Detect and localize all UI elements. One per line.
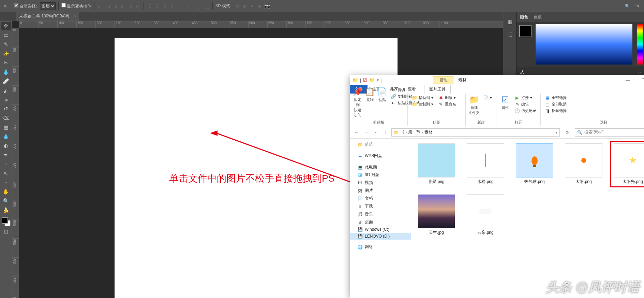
marquee-tool[interactable]: ▭ xyxy=(1,31,11,39)
invert-button[interactable]: ◨反向选择 xyxy=(543,108,568,114)
edit-button[interactable]: ✎编辑 xyxy=(513,101,538,107)
properties-button[interactable]: ☑属性 xyxy=(499,95,511,110)
search-input[interactable]: 🔍 搜索"素材" xyxy=(575,128,644,137)
recent-dropdown[interactable]: ▾ xyxy=(372,130,379,134)
tree-node[interactable]: 🧊3D 对象 xyxy=(350,171,411,179)
quickmask-icon[interactable]: ◻ xyxy=(1,227,11,236)
moveto-button[interactable]: 📁移动到▾ xyxy=(410,95,435,101)
tree-node[interactable]: 💾LENOVO (D:) xyxy=(350,233,411,240)
tree-node[interactable]: 💻此电脑 xyxy=(350,163,411,171)
crop-tool[interactable]: ✂ xyxy=(1,59,11,67)
tree-node[interactable]: ⬇下载 xyxy=(350,202,411,210)
hue-slider[interactable] xyxy=(637,24,643,65)
file-item[interactable]: 木棍.png xyxy=(465,143,506,185)
watermark: 头条 @风评时语 xyxy=(546,279,640,296)
file-item[interactable]: 天空.jpg xyxy=(416,194,457,236)
copy-button[interactable]: 📋复制 xyxy=(365,87,375,102)
dodge-tool[interactable]: ◐ xyxy=(1,142,11,150)
move-tool-icon: ✥ xyxy=(2,3,8,9)
arrow-head-icon xyxy=(210,130,218,136)
check-icon[interactable]: ☑ xyxy=(363,77,367,83)
tab-picture-tools[interactable]: 图片工具 xyxy=(424,85,451,94)
mode-3d-buttons: ⟲⊕✦◉📷 xyxy=(234,3,270,9)
tree-node[interactable]: 🖼图片 xyxy=(350,187,411,195)
paste-button[interactable]: 📄粘贴 xyxy=(377,87,387,102)
ribbon: 📌固定到 快速访问 📋复制 📄粘贴 ✂剪切 🔗复制路径 ↩粘贴快捷方式 剪贴板 … xyxy=(350,94,644,126)
tree-node[interactable]: 🖥桌面 xyxy=(350,218,411,226)
folder-icon: 📁 xyxy=(353,77,358,83)
up-button[interactable]: ↑ xyxy=(382,130,389,135)
panel-icon[interactable]: ▦ xyxy=(507,18,512,25)
banana-icon[interactable]: 🍌 xyxy=(1,206,11,214)
close-icon[interactable]: × xyxy=(74,13,76,18)
panel-layout-icon[interactable]: ▭▾ xyxy=(633,4,639,9)
tree-node[interactable]: ☁WPS网盘 xyxy=(350,152,411,160)
copyto-button[interactable]: 📁复制到▾ xyxy=(410,101,435,107)
stamp-tool[interactable]: ⧈ xyxy=(1,96,11,104)
file-item[interactable]: 云朵.png xyxy=(465,194,506,236)
eraser-tool[interactable]: ⌫ xyxy=(1,114,11,122)
auto-select-check[interactable]: 自动选择: xyxy=(14,3,37,9)
options-bar: ✥ 自动选择: 图层 显示变换控件 ⫍⫎⫏⫐⫑⫒ ⫓⫔⫕⫖⫗⫘ ⬚⬚ 3D 模式… xyxy=(0,0,644,12)
pin-button[interactable]: 📌固定到 快速访问 xyxy=(353,87,363,118)
color-ramp[interactable] xyxy=(536,24,632,65)
tree-node[interactable]: 🎞视频 xyxy=(350,179,411,187)
distribute-buttons[interactable]: ⫓⫔⫕⫖⫗⫘ xyxy=(147,3,190,9)
file-item[interactable]: 背景.png xyxy=(416,143,457,185)
selectnone-button[interactable]: ▢全部取消 xyxy=(543,101,568,107)
breadcrumb[interactable]: 📁《 › 第一节› 素材 ▾ xyxy=(391,128,560,137)
title-bar[interactable]: 📁 | ☑ 📁 ▾ | 管理 素材 — ☐ ✕ xyxy=(350,75,644,85)
nav-tree: 📁嘻嘻☁WPS网盘💻此电脑🧊3D 对象🎞视频🖼图片📄文档⬇下载🎵音乐🖥桌面💾Wi… xyxy=(350,139,411,298)
layer-dropdown[interactable]: 图层 xyxy=(40,2,56,10)
open-button[interactable]: ▶打开▾ xyxy=(513,95,538,101)
history-brush-tool[interactable]: ↺ xyxy=(1,105,11,113)
newfolder-button[interactable]: 📁新建 文件夹 xyxy=(468,95,480,115)
manage-tab[interactable]: 管理 xyxy=(433,76,454,84)
history-button[interactable]: 🕘历史记录 xyxy=(513,108,538,114)
tree-node[interactable]: 📁嘻嘻 xyxy=(350,141,411,148)
delete-button[interactable]: ✖删除▾ xyxy=(437,95,458,101)
window-title: 素材 xyxy=(458,77,466,83)
foreground-swatch[interactable] xyxy=(519,25,531,37)
tab-swatch[interactable]: 色板 xyxy=(534,14,542,20)
back-button[interactable]: ← xyxy=(353,130,360,135)
shape-tool[interactable]: ○ xyxy=(1,179,11,187)
file-item[interactable]: 热气球.png xyxy=(514,143,555,185)
forward-button[interactable]: → xyxy=(363,130,370,135)
move-tool[interactable]: ✥ xyxy=(1,22,11,30)
document-tab[interactable]: 未标题-1 @ 100%(RGB/8#)× xyxy=(16,12,79,21)
lasso-tool[interactable]: ✎ xyxy=(1,40,11,48)
pen-tool[interactable]: ✒ xyxy=(1,151,11,159)
show-transform-check[interactable]: 显示变换控件 xyxy=(61,3,91,9)
blur-tool[interactable]: 💧 xyxy=(1,132,11,141)
rename-button[interactable]: ✎重命名 xyxy=(437,101,458,107)
tab-color[interactable]: 颜色 xyxy=(520,14,528,20)
align-buttons[interactable]: ⫍⫎⫏⫐⫑⫒ xyxy=(97,3,141,9)
eyedropper-tool[interactable]: 💧 xyxy=(1,68,11,76)
brush-tool[interactable]: 🖌 xyxy=(1,86,11,95)
hand-tool[interactable]: ✋ xyxy=(1,188,11,196)
healing-tool[interactable]: 🩹 xyxy=(1,77,11,85)
file-grid: 背景.png木棍.png热气球.png太阳.png太阳光.png天空.jpg云朵… xyxy=(411,139,644,298)
cut-button[interactable]: ✂剪切 xyxy=(389,87,421,93)
minimize-button[interactable]: — xyxy=(620,75,635,85)
gradient-tool[interactable]: ▦ xyxy=(1,123,11,131)
tree-node[interactable]: 📄文档 xyxy=(350,195,411,202)
magic-wand-tool[interactable]: ✨ xyxy=(1,49,11,58)
search-icon[interactable]: 🔍 xyxy=(625,4,630,9)
color-swatch[interactable] xyxy=(2,217,11,226)
tree-node[interactable]: 🎵音乐 xyxy=(350,210,411,218)
refresh-button[interactable]: ⟳ xyxy=(563,130,572,135)
zoom-tool[interactable]: 🔍 xyxy=(1,197,11,205)
selectall-button[interactable]: ▦全部选择 xyxy=(543,95,568,101)
path-select-tool[interactable]: ↖ xyxy=(1,169,11,178)
text-tool[interactable]: T xyxy=(1,160,11,168)
annotation-text: 单击文件中的图片不松手直接拖拽到PS xyxy=(169,172,334,185)
file-item[interactable]: 太阳光.png xyxy=(612,143,644,185)
maximize-button[interactable]: ☐ xyxy=(635,75,644,85)
file-item[interactable]: 太阳.png xyxy=(563,143,604,185)
address-bar: ← → ▾ ↑ 📁《 › 第一节› 素材 ▾ ⟳ 🔍 搜索"素材" xyxy=(350,126,644,139)
tree-node[interactable]: 🌐网络 xyxy=(350,243,411,251)
tree-node[interactable]: 💾Windows (C:) xyxy=(350,226,411,233)
panel-icon[interactable]: ⬚ xyxy=(507,31,512,38)
